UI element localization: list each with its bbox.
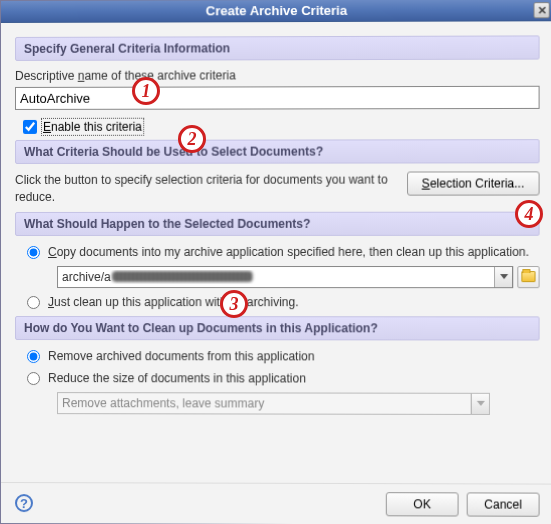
chevron-down-icon [471,394,489,414]
chevron-down-icon[interactable] [494,267,512,287]
reduce-option-value: Remove attachments, leave summary [58,396,471,411]
archive-path-combo[interactable]: archive/a [57,266,513,288]
help-icon[interactable]: ? [15,494,33,512]
folder-icon [521,271,535,282]
radio-copy-archive[interactable] [27,246,40,259]
cancel-button[interactable]: Cancel [467,492,540,516]
window-title: Create Archive Criteria [206,3,347,19]
svg-marker-0 [500,274,508,279]
enable-criteria-label: Enable this criteria [43,120,142,134]
radio-just-clean[interactable] [27,296,40,309]
radio-reduce-label: Reduce the size of documents in this app… [48,370,306,387]
section-action: What Should Happen to the Selected Docum… [15,211,540,235]
radio-remove-label: Remove archived documents from this appl… [48,348,315,365]
redacted-text [112,271,253,282]
radio-remove[interactable] [27,350,40,363]
radio-copy-label: Copy documents into my archive applicati… [48,243,529,259]
descriptive-name-label: Descriptive name of these archive criter… [15,68,540,83]
svg-marker-1 [476,401,484,406]
dialog-content: Specify General Criteria Information Des… [1,21,551,483]
criteria-description: Click the button to specify selection cr… [15,172,397,206]
descriptive-name-input[interactable] [15,86,540,110]
browse-folder-button[interactable] [517,266,539,288]
enable-criteria-checkbox[interactable] [23,120,37,134]
archive-path-value: archive/a [58,270,494,284]
section-criteria: What Criteria Should be Used to Select D… [15,139,540,164]
dialog-footer: ? OK Cancel [1,482,551,524]
section-general: Specify General Criteria Information [15,35,540,61]
dialog-window: Create Archive Criteria ✕ Specify Genera… [0,0,551,524]
titlebar: Create Archive Criteria ✕ [1,0,551,23]
close-icon[interactable]: ✕ [534,2,550,18]
reduce-option-combo: Remove attachments, leave summary [57,392,490,415]
radio-reduce[interactable] [27,372,40,385]
radio-just-clean-label: Just clean up this application without a… [48,294,299,310]
section-cleanup: How do You Want to Clean up Documents in… [15,316,540,341]
selection-criteria-button[interactable]: Selection Criteria... [407,171,540,195]
ok-button[interactable]: OK [386,492,459,516]
